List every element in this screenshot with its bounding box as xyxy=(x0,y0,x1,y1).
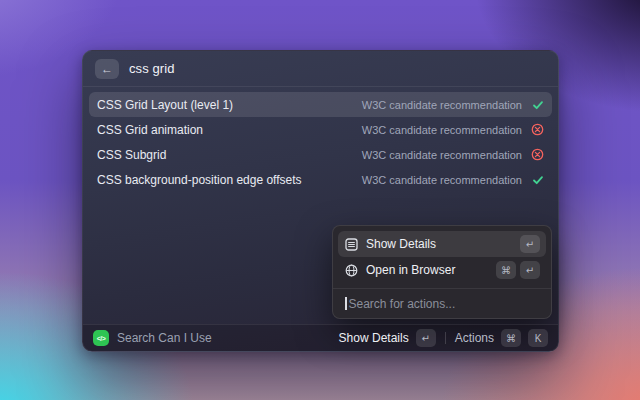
extension-name: Search Can I Use xyxy=(117,331,212,345)
result-row-css-background-position[interactable]: CSS background-position edge offsets W3C… xyxy=(89,167,552,192)
result-status: W3C candidate recommendation xyxy=(362,99,522,111)
search-header: ← css grid xyxy=(83,51,558,87)
actions-search-field[interactable]: Search for actions... xyxy=(338,289,546,318)
result-status: W3C candidate recommendation xyxy=(362,149,522,161)
globe-icon xyxy=(344,263,358,277)
action-show-details[interactable]: Show Details ↵ xyxy=(338,231,546,257)
action-open-in-browser[interactable]: Open in Browser ⌘ ↵ xyxy=(338,257,546,283)
desktop-wallpaper: ← css grid CSS Grid Layout (level 1) W3C… xyxy=(0,0,640,400)
unsupported-cross-icon xyxy=(531,123,544,136)
command-key-badge: ⌘ xyxy=(496,261,516,279)
return-key-badge: ↵ xyxy=(520,261,540,279)
return-key-badge: ↵ xyxy=(520,235,540,253)
result-title: CSS background-position edge offsets xyxy=(97,173,302,187)
supported-check-icon xyxy=(531,98,544,111)
supported-check-icon xyxy=(531,173,544,186)
result-status: W3C candidate recommendation xyxy=(362,174,522,186)
result-title: CSS Subgrid xyxy=(97,148,166,162)
actions-menu-button[interactable]: Actions xyxy=(455,331,494,345)
actions-panel: Show Details ↵ Open in Browser ⌘ ↵ Searc… xyxy=(332,225,552,319)
results-list: CSS Grid Layout (level 1) W3C candidate … xyxy=(83,87,558,192)
action-label: Show Details xyxy=(366,237,436,251)
return-key-badge: ↵ xyxy=(416,329,436,347)
details-icon xyxy=(344,237,358,251)
result-title: CSS Grid animation xyxy=(97,123,203,137)
command-key-badge: ⌘ xyxy=(501,329,521,347)
back-arrow-icon: ← xyxy=(101,62,113,76)
k-key-badge: K xyxy=(528,329,548,347)
text-caret xyxy=(345,297,347,310)
result-row-css-grid-animation[interactable]: CSS Grid animation W3C candidate recomme… xyxy=(89,117,552,142)
unsupported-cross-icon xyxy=(531,148,544,161)
primary-action-button[interactable]: Show Details xyxy=(339,331,409,345)
actions-search-placeholder: Search for actions... xyxy=(349,297,456,311)
can-i-use-app-icon: </> xyxy=(93,330,109,346)
result-title: CSS Grid Layout (level 1) xyxy=(97,98,233,112)
result-status: W3C candidate recommendation xyxy=(362,124,522,136)
back-button[interactable]: ← xyxy=(95,59,119,79)
status-bar: </> Search Can I Use Show Details ↵ Acti… xyxy=(83,324,558,351)
action-label: Open in Browser xyxy=(366,263,455,277)
result-row-css-grid-layout[interactable]: CSS Grid Layout (level 1) W3C candidate … xyxy=(89,92,552,117)
footer-divider xyxy=(445,332,446,344)
result-row-css-subgrid[interactable]: CSS Subgrid W3C candidate recommendation xyxy=(89,142,552,167)
search-input[interactable]: css grid xyxy=(129,61,175,76)
launcher-window: ← css grid CSS Grid Layout (level 1) W3C… xyxy=(82,50,559,352)
